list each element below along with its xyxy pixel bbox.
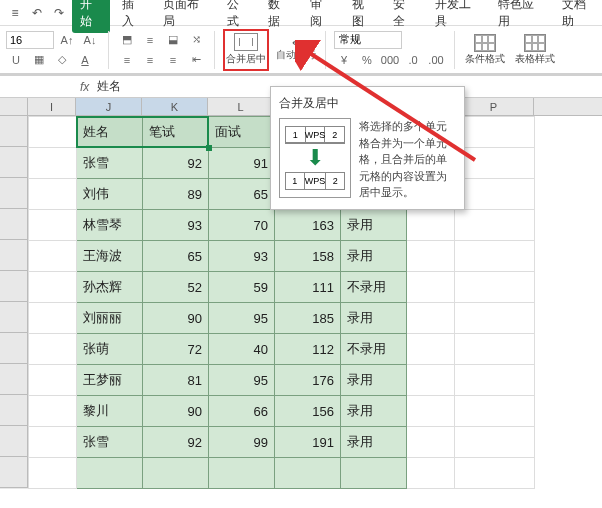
indent-icon[interactable]: ⇤ xyxy=(186,51,206,69)
align-bot-icon[interactable]: ⬓ xyxy=(163,31,183,49)
cell[interactable] xyxy=(407,396,455,427)
row-header[interactable] xyxy=(0,116,28,147)
align-top-icon[interactable]: ⬒ xyxy=(117,31,137,49)
row-header[interactable] xyxy=(0,271,28,302)
align-right-icon[interactable]: ≡ xyxy=(163,51,183,69)
cell[interactable] xyxy=(77,458,143,489)
increase-font-icon[interactable]: A↑ xyxy=(57,31,77,49)
cell[interactable]: 91 xyxy=(209,148,275,179)
cell[interactable]: 59 xyxy=(209,272,275,303)
row-header[interactable] xyxy=(0,395,28,426)
formula-input[interactable]: 姓名 xyxy=(97,78,121,95)
cell[interactable] xyxy=(407,272,455,303)
row-header[interactable] xyxy=(0,457,28,488)
row-header[interactable] xyxy=(0,333,28,364)
cell[interactable] xyxy=(455,458,535,489)
cell[interactable]: 66 xyxy=(209,396,275,427)
cell[interactable]: 刘丽丽 xyxy=(77,303,143,334)
cell[interactable] xyxy=(407,427,455,458)
cell[interactable] xyxy=(29,117,77,148)
font-color-icon[interactable]: A xyxy=(75,51,95,69)
fill-handle[interactable] xyxy=(206,145,212,151)
col-header-j[interactable]: J xyxy=(76,98,142,115)
cell[interactable]: 81 xyxy=(143,365,209,396)
cell[interactable]: 林雪琴 xyxy=(77,210,143,241)
cell[interactable]: 111 xyxy=(275,272,341,303)
cell[interactable] xyxy=(29,272,77,303)
cell[interactable]: 王梦丽 xyxy=(77,365,143,396)
fill-color-icon[interactable]: ◇ xyxy=(52,51,72,69)
cell[interactable] xyxy=(275,458,341,489)
cell[interactable]: 不录用 xyxy=(341,272,407,303)
cell[interactable]: 95 xyxy=(209,365,275,396)
align-left-icon[interactable]: ≡ xyxy=(117,51,137,69)
cell[interactable]: 163 xyxy=(275,210,341,241)
cell[interactable]: 185 xyxy=(275,303,341,334)
cell[interactable]: 不录用 xyxy=(341,334,407,365)
tab-security[interactable]: 安全 xyxy=(385,0,423,33)
cell[interactable]: 王海波 xyxy=(77,241,143,272)
cell[interactable]: 72 xyxy=(143,334,209,365)
cell[interactable]: 90 xyxy=(143,303,209,334)
cell[interactable]: 65 xyxy=(143,241,209,272)
font-size-input[interactable] xyxy=(6,31,54,49)
row-header[interactable] xyxy=(0,240,28,271)
cell[interactable] xyxy=(29,210,77,241)
cell[interactable]: 录用 xyxy=(341,210,407,241)
align-center-icon[interactable]: ≡ xyxy=(140,51,160,69)
cell[interactable] xyxy=(455,427,535,458)
border-icon[interactable]: ▦ xyxy=(29,51,49,69)
cell[interactable]: 156 xyxy=(275,396,341,427)
cell[interactable]: 65 xyxy=(209,179,275,210)
tab-start[interactable]: 开始 xyxy=(72,0,110,33)
cell[interactable] xyxy=(407,210,455,241)
cell[interactable]: 孙杰辉 xyxy=(77,272,143,303)
cell[interactable] xyxy=(407,365,455,396)
redo-icon[interactable]: ↷ xyxy=(50,3,68,23)
cell[interactable]: 191 xyxy=(275,427,341,458)
cell[interactable]: 93 xyxy=(143,210,209,241)
table-style-button[interactable]: 表格样式 xyxy=(513,29,557,71)
cell[interactable]: 40 xyxy=(209,334,275,365)
cell[interactable]: 张萌 xyxy=(77,334,143,365)
cell[interactable] xyxy=(29,458,77,489)
cell[interactable]: 录用 xyxy=(341,427,407,458)
row-header[interactable] xyxy=(0,302,28,333)
cell[interactable] xyxy=(407,334,455,365)
cell[interactable] xyxy=(29,241,77,272)
cell[interactable] xyxy=(29,365,77,396)
cell[interactable] xyxy=(455,210,535,241)
col-header-l[interactable]: L xyxy=(208,98,274,115)
merge-center-button[interactable]: 合并居中 xyxy=(223,29,269,71)
cell[interactable]: 录用 xyxy=(341,396,407,427)
cell[interactable] xyxy=(455,396,535,427)
cell[interactable]: 录用 xyxy=(341,303,407,334)
align-mid-icon[interactable]: ≡ xyxy=(140,31,160,49)
orientation-icon[interactable]: ⤭ xyxy=(186,31,206,49)
cell[interactable]: 70 xyxy=(209,210,275,241)
cell[interactable] xyxy=(407,241,455,272)
decrease-font-icon[interactable]: A↓ xyxy=(80,31,100,49)
cell[interactable]: 176 xyxy=(275,365,341,396)
cell[interactable]: 刘伟 xyxy=(77,179,143,210)
cell[interactable]: 张雪 xyxy=(77,148,143,179)
col-header-k[interactable]: K xyxy=(142,98,208,115)
cell[interactable]: 93 xyxy=(209,241,275,272)
select-all-corner[interactable] xyxy=(0,98,28,115)
cell[interactable] xyxy=(143,458,209,489)
cell[interactable] xyxy=(455,365,535,396)
row-header[interactable] xyxy=(0,364,28,395)
cell[interactable] xyxy=(29,148,77,179)
row-header[interactable] xyxy=(0,178,28,209)
cell[interactable] xyxy=(29,334,77,365)
cell[interactable]: 90 xyxy=(143,396,209,427)
cell-header-interview[interactable]: 面试 xyxy=(209,117,275,148)
cell[interactable] xyxy=(209,458,275,489)
menu-icon[interactable]: ≡ xyxy=(6,3,24,23)
cell[interactable]: 95 xyxy=(209,303,275,334)
cell[interactable] xyxy=(29,303,77,334)
row-header[interactable] xyxy=(0,426,28,457)
cell[interactable] xyxy=(455,272,535,303)
undo-icon[interactable]: ↶ xyxy=(28,3,46,23)
cell[interactable]: 112 xyxy=(275,334,341,365)
